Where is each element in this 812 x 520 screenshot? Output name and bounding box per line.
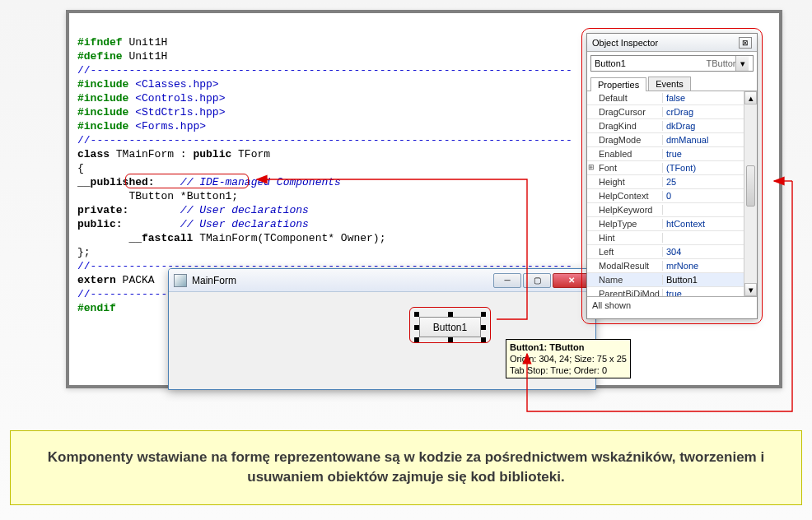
property-name: ParentBiDiMod: [587, 289, 663, 297]
property-name: HelpContext: [587, 191, 663, 201]
code-highlight-box: [125, 174, 249, 188]
form-icon: [174, 274, 187, 287]
property-row[interactable]: NameButton1: [587, 273, 757, 287]
property-row[interactable]: Defaultfalse: [587, 91, 757, 105]
button-decl-line: TButton: [77, 190, 180, 202]
inspector-titlebar[interactable]: Object Inspector ⊠: [587, 34, 757, 52]
button-highlight-box: [409, 307, 491, 343]
property-value[interactable]: htContext: [663, 219, 744, 229]
property-name: HelpKeyword: [587, 205, 663, 215]
property-value[interactable]: (TFont): [663, 163, 744, 173]
object-inspector[interactable]: Object Inspector ⊠ Button1 TButton ▾ Pro…: [586, 33, 758, 319]
property-value[interactable]: Button1: [663, 275, 744, 285]
property-value[interactable]: false: [663, 93, 744, 103]
property-row[interactable]: Hint: [587, 231, 757, 245]
selected-component-name: Button1: [595, 58, 626, 68]
property-value[interactable]: 25: [663, 177, 744, 187]
property-name: Enabled: [587, 149, 663, 159]
property-name: ModalResult: [587, 261, 663, 271]
close-button[interactable]: ✕: [553, 273, 590, 288]
selected-component-type: TButton: [706, 58, 738, 68]
property-value[interactable]: dkDrag: [663, 121, 744, 131]
property-row[interactable]: Height25: [587, 175, 757, 189]
property-name: Font: [587, 163, 663, 173]
code-editor-frame: #ifndef Unit1H #define Unit1H //--------…: [66, 10, 782, 388]
property-value[interactable]: 0: [663, 191, 744, 201]
divider-comment: //--------------------------------------…: [77, 134, 572, 146]
inspector-close-button[interactable]: ⊠: [739, 37, 752, 49]
property-value[interactable]: dmManual: [663, 135, 744, 145]
property-value[interactable]: 304: [663, 247, 744, 257]
component-selector[interactable]: Button1 TButton ▾: [590, 55, 754, 72]
pp-endif: #endif: [77, 302, 116, 314]
property-value[interactable]: mrNone: [663, 261, 744, 271]
scroll-down-icon[interactable]: ▾: [744, 283, 757, 296]
property-value[interactable]: true: [663, 149, 744, 159]
inspector-title-text: Object Inspector: [592, 38, 658, 48]
property-row[interactable]: HelpKeyword: [587, 203, 757, 217]
divider-comment: //--------------------------------------…: [77, 64, 572, 77]
property-value[interactable]: crDrag: [663, 107, 744, 117]
form-title: MainForm: [192, 275, 236, 286]
property-name: Name: [587, 275, 663, 285]
property-grid[interactable]: ▴ ▾ DefaultfalseDragCursorcrDragDragKind…: [587, 91, 757, 297]
pp-define: #define: [77, 50, 123, 63]
scrollbar[interactable]: ▴ ▾: [744, 91, 757, 296]
inspector-status: All shown: [587, 297, 757, 313]
maximize-button[interactable]: ▢: [523, 273, 551, 288]
explanation-note: Komponenty wstawiane na formę reprezento…: [10, 430, 802, 505]
scroll-up-icon[interactable]: ▴: [744, 91, 757, 104]
property-name: DragKind: [587, 121, 663, 131]
component-tooltip: Button1: TButton Origin: 304, 24; Size: …: [506, 339, 631, 378]
property-name: DragCursor: [587, 107, 663, 117]
scroll-thumb[interactable]: [746, 165, 755, 207]
dropdown-icon[interactable]: ▾: [735, 56, 749, 71]
tab-events[interactable]: Events: [648, 77, 691, 91]
property-row[interactable]: Font(TFont): [587, 161, 757, 175]
property-name: Default: [587, 93, 663, 103]
tab-properties[interactable]: Properties: [590, 77, 646, 91]
property-name: HelpType: [587, 219, 663, 229]
property-name: Height: [587, 177, 663, 187]
form-titlebar[interactable]: MainForm ─ ▢ ✕: [169, 269, 595, 292]
pp-ifndef: #ifndef: [77, 36, 123, 49]
property-row[interactable]: HelpContext0: [587, 189, 757, 203]
property-name: Left: [587, 247, 663, 257]
property-row[interactable]: HelpTypehtContext: [587, 217, 757, 231]
inspector-tabs: Properties Events: [587, 75, 757, 91]
property-row[interactable]: ModalResultmrNone: [587, 259, 757, 273]
property-name: Hint: [587, 233, 663, 243]
property-row[interactable]: Left304: [587, 245, 757, 259]
property-row[interactable]: DragCursorcrDrag: [587, 105, 757, 119]
property-row[interactable]: DragKinddkDrag: [587, 119, 757, 133]
property-row[interactable]: ParentBiDiModtrue: [587, 287, 757, 297]
property-row[interactable]: DragModedmManual: [587, 133, 757, 147]
minimize-button[interactable]: ─: [493, 273, 521, 288]
property-row[interactable]: Enabledtrue: [587, 147, 757, 161]
property-name: DragMode: [587, 135, 663, 145]
property-value[interactable]: true: [663, 289, 744, 297]
